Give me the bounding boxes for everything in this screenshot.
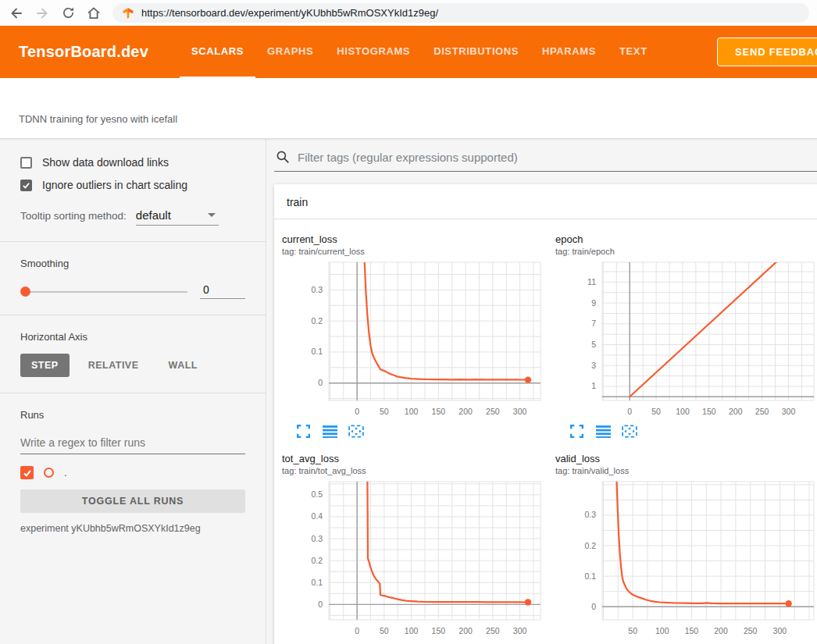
home-icon[interactable] (84, 3, 104, 23)
checkbox-checked-icon[interactable] (20, 180, 32, 191)
tab-graphs[interactable]: GRAPHS (255, 26, 325, 78)
svg-text:1: 1 (591, 381, 596, 390)
svg-text:0: 0 (627, 407, 632, 416)
svg-text:0.4: 0.4 (311, 511, 323, 521)
line-chart-epoch[interactable]: 0501001502002503001357911 (555, 260, 817, 421)
smoothing-value-input[interactable]: 0 (200, 283, 245, 299)
svg-text:300: 300 (513, 626, 527, 635)
line-chart-current-loss[interactable]: 05010015020025030000.10.20.3 (282, 260, 544, 421)
tab-text[interactable]: TEXT (608, 26, 659, 78)
tab-distributions[interactable]: DISTRIBUTIONS (422, 26, 530, 78)
address-bar[interactable]: https://tensorboard.dev/experiment/yKUbh… (112, 3, 809, 23)
sidebar-divider (0, 241, 266, 242)
line-chart-valid-loss[interactable]: 5010015020025030000.10.20.3 (555, 479, 817, 640)
svg-text:200: 200 (458, 626, 473, 635)
show-download-links-label: Show data download links (42, 156, 169, 169)
reload-icon[interactable] (58, 3, 78, 23)
show-download-links-checkbox-row[interactable]: Show data download links (20, 156, 245, 169)
svg-text:250: 250 (744, 626, 758, 635)
runs-selector-icon[interactable] (322, 423, 337, 439)
tooltip-sorting-value: default (136, 208, 171, 222)
tooltip-sorting-label: Tooltip sorting method: (20, 210, 127, 222)
run-checkbox-checked-icon[interactable] (20, 466, 34, 479)
smoothing-slider[interactable] (20, 286, 187, 297)
sidebar-divider (0, 315, 266, 315)
svg-text:5: 5 (591, 340, 596, 349)
horizontal-axis-label: Horizontal Axis (20, 331, 245, 343)
tensorboard-page: { "browser": { "url": "https://tensorboa… (0, 0, 817, 644)
toggle-all-runs-button[interactable]: TOGGLE ALL RUNS (20, 489, 245, 513)
experiment-title-bar: TDNN training for yesno with icefall (0, 78, 817, 139)
svg-text:0.2: 0.2 (311, 316, 323, 326)
svg-text:300: 300 (513, 407, 527, 416)
chart-tag: tag: train/tot_avg_loss (282, 466, 549, 475)
svg-text:300: 300 (773, 626, 787, 635)
axis-step-button[interactable]: STEP (20, 354, 70, 377)
axis-wall-button[interactable]: WALL (158, 354, 209, 377)
send-feedback-button[interactable]: SEND FEEDBACK (717, 37, 817, 66)
chart-tag: tag: train/valid_loss (555, 466, 817, 475)
svg-text:0: 0 (355, 626, 359, 635)
svg-text:11: 11 (587, 277, 596, 286)
axis-relative-button[interactable]: RELATIVE (77, 354, 150, 377)
svg-text:0.5: 0.5 (311, 489, 323, 499)
fullscreen-icon[interactable] (569, 423, 584, 439)
fit-domain-icon[interactable] (622, 423, 637, 439)
tensorboard-favicon (122, 7, 134, 20)
forward-icon[interactable] (32, 3, 52, 23)
chart-title: tot_avg_loss (282, 453, 549, 464)
fit-domain-icon[interactable] (348, 423, 364, 439)
chart-tag: tag: train/current_loss (282, 247, 549, 256)
svg-text:0.1: 0.1 (584, 571, 596, 581)
svg-text:50: 50 (651, 407, 661, 416)
svg-text:250: 250 (486, 407, 500, 416)
nav-tabs: SCALARS GRAPHS HISTOGRAMS DISTRIBUTIONS … (180, 26, 659, 78)
chart-card-epoch: epoch tag: train/epoch 05010015020025030… (549, 224, 817, 443)
svg-text:100: 100 (676, 407, 690, 416)
slider-thumb[interactable] (20, 286, 30, 297)
smoothing-label: Smoothing (20, 258, 245, 269)
svg-text:3: 3 (591, 361, 596, 370)
runs-label: Runs (20, 409, 245, 421)
app-header: TensorBoard.dev SCALARS GRAPHS HISTOGRAM… (0, 26, 817, 78)
tab-histograms[interactable]: HISTOGRAMS (325, 26, 422, 78)
runs-regex-input[interactable] (20, 435, 245, 454)
tooltip-sorting-select[interactable]: default (136, 208, 219, 226)
svg-text:250: 250 (755, 407, 769, 416)
chart-card-valid-loss: valid_loss tag: train/valid_loss 5010015… (549, 443, 817, 644)
tab-hparams[interactable]: HPARAMS (530, 26, 608, 78)
run-item[interactable]: . (20, 466, 245, 479)
tab-scalars[interactable]: SCALARS (180, 26, 255, 78)
filter-tags-placeholder: Filter tags (regular expressions support… (298, 151, 518, 164)
svg-text:200: 200 (729, 407, 743, 416)
checkbox-unchecked-icon[interactable] (20, 157, 32, 169)
section-header-train[interactable]: train (274, 184, 817, 219)
svg-text:100: 100 (405, 626, 419, 635)
browser-toolbar: https://tensorboard.dev/experiment/yKUbh… (0, 0, 817, 26)
svg-text:150: 150 (685, 626, 699, 635)
svg-text:0.3: 0.3 (311, 285, 323, 294)
svg-text:0: 0 (318, 600, 323, 609)
svg-text:0.3: 0.3 (311, 534, 323, 543)
slider-track (25, 291, 187, 293)
svg-text:0.1: 0.1 (311, 347, 323, 356)
svg-text:0: 0 (591, 602, 596, 611)
filter-tags-field[interactable]: Filter tags (regular expressions support… (274, 145, 817, 172)
svg-text:0.2: 0.2 (311, 556, 323, 565)
chart-title: epoch (555, 233, 817, 245)
ignore-outliers-checkbox-row[interactable]: Ignore outliers in chart scaling (20, 179, 245, 191)
runs-selector-icon[interactable] (595, 423, 611, 439)
line-chart-tot-avg-loss[interactable]: 05010015020025030000.10.20.30.40.5 (282, 479, 544, 640)
svg-text:0.2: 0.2 (584, 541, 596, 550)
svg-text:50: 50 (380, 626, 389, 635)
chart-toolbar (569, 423, 817, 439)
experiment-id-text: experiment yKUbhb5wRmOSXYkId1z9eg (20, 523, 245, 534)
svg-text:9: 9 (591, 298, 596, 308)
fullscreen-icon[interactable] (295, 423, 311, 439)
svg-text:300: 300 (782, 407, 796, 416)
svg-text:200: 200 (458, 407, 473, 416)
svg-text:0: 0 (355, 407, 359, 416)
back-icon[interactable] (6, 3, 27, 23)
svg-text:50: 50 (628, 626, 637, 635)
settings-sidebar: Show data download links Ignore outliers… (0, 139, 266, 644)
